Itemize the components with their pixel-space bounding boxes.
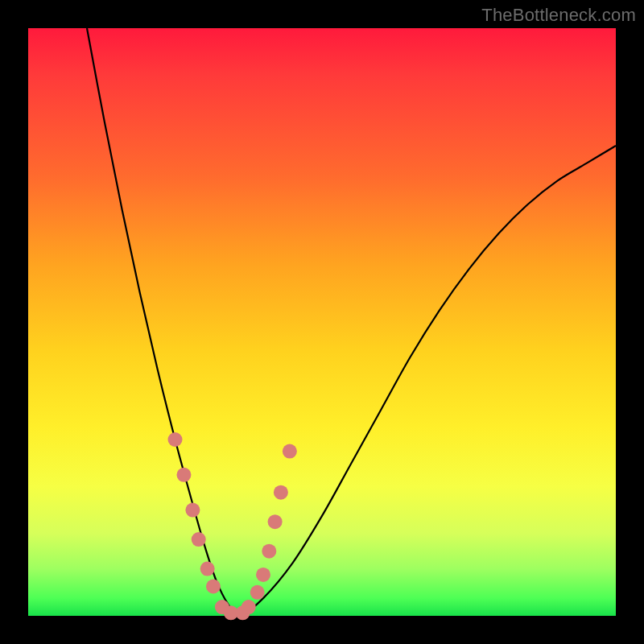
highlight-dot (192, 532, 206, 547)
curve-layer (28, 28, 616, 616)
highlight-dot (274, 485, 288, 500)
watermark-text: TheBottleneck.com (481, 5, 636, 26)
highlight-dot (185, 503, 200, 518)
highlight-dot (262, 544, 276, 559)
highlight-dot (200, 562, 215, 576)
highlight-dot (283, 444, 297, 459)
highlight-dots (168, 432, 297, 620)
highlight-dot (268, 514, 283, 529)
highlight-dot (176, 468, 191, 482)
chart-frame: TheBottleneck.com (0, 0, 644, 644)
plot-area (28, 28, 616, 616)
bottleneck-curve (87, 28, 616, 616)
highlight-dot (250, 585, 265, 600)
highlight-dot (242, 600, 256, 614)
highlight-dot (256, 568, 270, 582)
highlight-dot (206, 580, 221, 594)
highlight-dot (168, 432, 183, 447)
